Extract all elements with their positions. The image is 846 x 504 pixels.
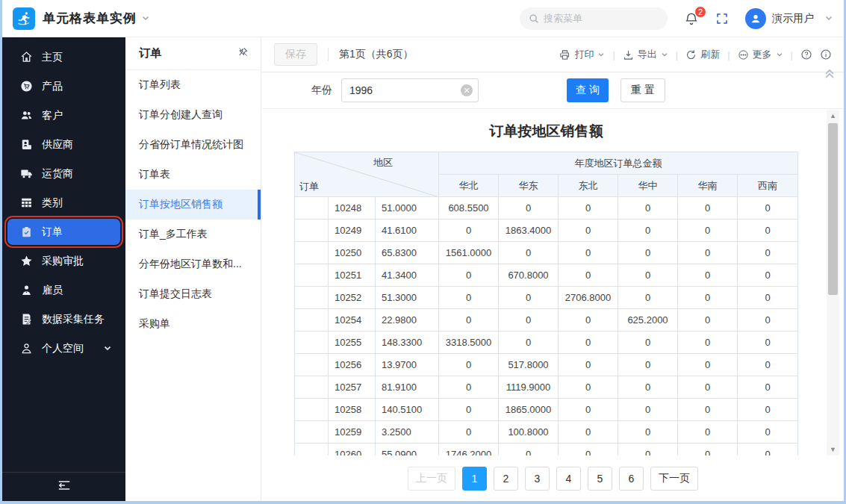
- order-id-cell[interactable]: 10254: [329, 309, 376, 332]
- order-amount-cell[interactable]: 41.6100: [376, 220, 439, 242]
- row-spacer-cell[interactable]: [295, 332, 329, 354]
- order-id-cell[interactable]: 10258: [329, 399, 376, 421]
- row-spacer-cell[interactable]: [295, 197, 329, 220]
- region-value-cell[interactable]: 0: [618, 399, 678, 421]
- refresh-button[interactable]: 刷新: [685, 48, 720, 61]
- row-spacer-cell[interactable]: [295, 264, 329, 287]
- row-spacer-cell[interactable]: [295, 354, 329, 376]
- region-value-cell[interactable]: 0: [618, 242, 678, 264]
- submenu-item[interactable]: 订单提交日志表: [125, 279, 261, 309]
- region-value-cell[interactable]: 1863.4000: [499, 220, 559, 242]
- region-value-cell[interactable]: 0: [678, 220, 738, 242]
- region-value-cell[interactable]: 0: [499, 287, 559, 309]
- notifications-button[interactable]: 2: [684, 11, 699, 26]
- page-button-4[interactable]: 4: [556, 467, 581, 491]
- order-id-cell[interactable]: 10255: [329, 332, 376, 354]
- scroll-up-arrow-icon[interactable]: ▲: [827, 110, 839, 122]
- collapse-query-panel-icon[interactable]: [824, 68, 835, 83]
- submenu-item[interactable]: 订单分创建人查询: [125, 100, 261, 130]
- region-value-cell[interactable]: 0: [678, 354, 738, 376]
- sidebar-item-data-task[interactable]: 数据采集任务: [2, 305, 125, 334]
- region-value-cell[interactable]: 0: [738, 354, 798, 376]
- region-value-cell[interactable]: 0: [439, 264, 499, 287]
- region-value-cell[interactable]: 0: [738, 242, 798, 264]
- order-amount-cell[interactable]: 148.3300: [376, 332, 439, 354]
- year-input[interactable]: [341, 78, 479, 102]
- region-value-cell[interactable]: 0: [678, 197, 738, 220]
- order-id-cell[interactable]: 10249: [329, 220, 376, 242]
- region-value-cell[interactable]: 1561.0000: [439, 242, 499, 264]
- region-value-cell[interactable]: 517.8000: [499, 354, 559, 376]
- clear-input-icon[interactable]: ✕: [461, 84, 473, 96]
- region-value-cell[interactable]: 0: [678, 264, 738, 287]
- region-value-cell[interactable]: 1119.9000: [499, 376, 559, 399]
- order-id-cell[interactable]: 10250: [329, 242, 376, 264]
- order-id-cell[interactable]: 10248: [329, 197, 376, 220]
- region-value-cell[interactable]: 0: [618, 332, 678, 354]
- scrollbar-thumb[interactable]: [828, 123, 838, 295]
- region-value-cell[interactable]: 0: [499, 309, 559, 332]
- order-amount-cell[interactable]: 55.0900: [376, 444, 439, 456]
- region-value-cell[interactable]: 3318.5000: [439, 332, 499, 354]
- query-button[interactable]: 查 询: [567, 78, 609, 102]
- sidebar-item-supplier[interactable]: 供应商: [2, 130, 125, 159]
- region-value-cell[interactable]: 0: [559, 197, 618, 220]
- app-switcher-chevron-icon[interactable]: [141, 12, 150, 25]
- region-value-cell[interactable]: 0: [559, 376, 618, 399]
- region-value-cell[interactable]: 0: [738, 220, 798, 242]
- sidebar-item-category[interactable]: 类别: [2, 188, 125, 217]
- order-amount-cell[interactable]: 22.9800: [376, 309, 439, 332]
- region-value-cell[interactable]: 0: [439, 220, 499, 242]
- submenu-item[interactable]: 订单表: [125, 160, 261, 190]
- menu-search-input[interactable]: [544, 13, 648, 24]
- order-amount-cell[interactable]: 3.2500: [376, 421, 439, 444]
- page-button-2[interactable]: 2: [494, 467, 518, 491]
- order-id-cell[interactable]: 10256: [329, 354, 376, 376]
- page-button-1[interactable]: 1: [462, 467, 487, 491]
- page-button-6[interactable]: 6: [619, 467, 644, 491]
- region-value-cell[interactable]: 1746.2000: [439, 444, 499, 456]
- region-value-cell[interactable]: 0: [439, 376, 499, 399]
- region-value-cell[interactable]: 0: [439, 354, 499, 376]
- region-value-cell[interactable]: 0: [738, 197, 798, 220]
- region-value-cell[interactable]: 0: [439, 309, 499, 332]
- region-value-cell[interactable]: 670.8000: [499, 264, 559, 287]
- sidebar-item-shipper[interactable]: 运货商: [2, 159, 125, 188]
- order-amount-cell[interactable]: 140.5100: [376, 399, 439, 421]
- order-amount-cell[interactable]: 51.3000: [376, 287, 439, 309]
- region-value-cell[interactable]: 1865.0000: [499, 399, 559, 421]
- region-value-cell[interactable]: 0: [738, 287, 798, 309]
- menu-search-box[interactable]: [520, 7, 668, 30]
- region-value-cell[interactable]: 0: [678, 332, 738, 354]
- region-value-cell[interactable]: 0: [738, 309, 798, 332]
- order-amount-cell[interactable]: 65.8300: [376, 242, 439, 264]
- row-spacer-cell[interactable]: [295, 220, 329, 242]
- region-value-cell[interactable]: 0: [618, 264, 678, 287]
- region-value-cell[interactable]: 0: [439, 421, 499, 444]
- vertical-scrollbar[interactable]: ▲ ▼: [827, 110, 839, 455]
- region-value-cell[interactable]: 0: [678, 242, 738, 264]
- next-page-button[interactable]: 下一页: [650, 467, 698, 491]
- region-value-cell[interactable]: 0: [678, 376, 738, 399]
- region-value-cell[interactable]: 2706.8000: [559, 287, 618, 309]
- region-value-cell[interactable]: 0: [439, 399, 499, 421]
- order-id-cell[interactable]: 10251: [329, 264, 376, 287]
- submenu-item[interactable]: 分年份地区订单数和...: [125, 249, 261, 279]
- region-value-cell[interactable]: 0: [499, 197, 559, 220]
- sidebar-item-home[interactable]: 主页: [2, 43, 125, 72]
- sidebar-item-employee[interactable]: 雇员: [2, 276, 125, 305]
- order-id-cell[interactable]: 10260: [329, 444, 376, 456]
- row-spacer-cell[interactable]: [295, 242, 329, 264]
- region-value-cell[interactable]: 0: [559, 444, 618, 456]
- submenu-item[interactable]: 采购单: [125, 309, 261, 339]
- page-button-5[interactable]: 5: [588, 467, 612, 491]
- order-amount-cell[interactable]: 51.0000: [376, 197, 439, 220]
- save-button[interactable]: 保存: [274, 43, 317, 66]
- region-value-cell[interactable]: 0: [738, 332, 798, 354]
- submenu-item[interactable]: 订单按地区销售额: [125, 190, 261, 220]
- info-button[interactable]: [820, 49, 832, 60]
- order-id-cell[interactable]: 10257: [329, 376, 376, 399]
- reset-button[interactable]: 重 置: [620, 78, 665, 102]
- row-spacer-cell[interactable]: [295, 421, 329, 444]
- region-value-cell[interactable]: 0: [499, 444, 559, 456]
